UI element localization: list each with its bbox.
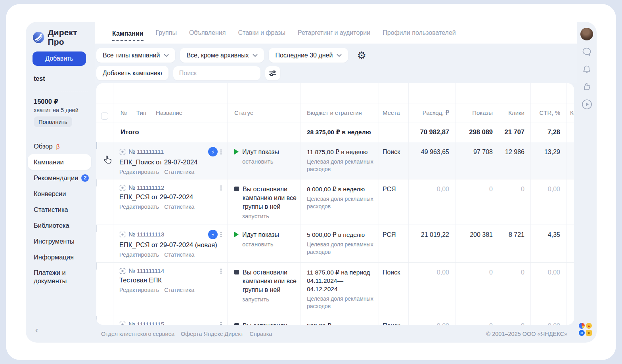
col-number[interactable]: № [121,109,127,116]
sidebar-collapse-icon[interactable]: ‹ [35,326,38,335]
campaigns-table: № Тип Название Статус Бюджет и стратегия… [96,83,574,325]
start-link[interactable]: запустить [242,296,297,303]
tab-campaigns[interactable]: Кампании [112,29,144,41]
tab-retargeting[interactable]: Ретаргетинг и аудитории [298,28,370,38]
add-campaign-button[interactable]: Добавить кампанию [96,66,168,80]
tab-bids-phrases[interactable]: Ставки и фразы [238,28,285,38]
row-checkbox[interactable] [96,316,97,323]
sidebar-item-library[interactable]: Библиотека [26,217,95,233]
places-value: Поиск [379,316,408,325]
stats-link[interactable]: Статистика [164,287,194,293]
edit-link[interactable]: Редактировать [119,169,159,175]
select-all-checkbox[interactable] [101,112,108,120]
row-checkbox[interactable] [96,179,97,187]
campaign-type-icon [119,321,126,325]
campaign-name[interactable]: ЕПК_РСЯ от 29-07-2024 (новая) [119,241,222,249]
bell-icon[interactable] [582,65,592,75]
col-budget[interactable]: Бюджет и стратегия [300,103,379,122]
row-menu-icon[interactable] [220,322,222,325]
boost-lightning-icon[interactable] [208,147,218,156]
stop-link[interactable]: остановить [242,241,297,248]
widget-circle-icon[interactable]: ◍ [579,330,585,336]
stats-link[interactable]: Статистика [164,252,194,258]
add-button[interactable]: Добавить [33,51,86,66]
start-link[interactable]: запустить [242,213,297,219]
filter-sliders-icon[interactable] [265,66,280,80]
campaign-type-dropdown[interactable]: Все типы кампаний [96,48,175,63]
totals-cost: 70 982,87 [408,122,455,142]
footer-link-help[interactable]: Справка [250,331,272,337]
beta-badge: β [56,143,60,150]
stats-link[interactable]: Статистика [164,169,194,175]
table-row: № 111111114 Тестовая ЕПК Редактировать С… [96,262,574,316]
col-shows[interactable]: Показы [455,103,499,122]
thumbs-up-icon[interactable] [582,82,592,92]
row-menu-icon[interactable] [220,149,222,154]
boost-lightning-icon[interactable] [208,230,218,239]
chevron-down-icon [337,54,342,57]
row-menu-icon[interactable] [220,185,222,191]
clicks-value: 0 [499,263,530,316]
strategy-label: Целевая доля рекламных расходов [307,241,375,256]
widget-pause-icon[interactable]: ‖ [586,330,592,336]
sidebar-item-tools[interactable]: Инструменты [26,233,95,249]
sidebar-item-conversions[interactable]: Конверсии [26,186,95,202]
sidebar-item-payments[interactable]: Платежи и документы [26,265,95,289]
archive-filter-dropdown[interactable]: Все, кроме архивных [180,48,264,63]
col-conversions-cut[interactable]: Ко [566,103,574,122]
sidebar-item-overview[interactable]: Обзор β [26,138,95,154]
col-ctr[interactable]: CTR, % [530,103,566,122]
edit-link[interactable]: Редактировать [119,204,159,210]
sidebar-item-information[interactable]: Информация [26,249,95,265]
col-places[interactable]: Места [379,103,408,122]
sidebar-item-campaigns[interactable]: Кампании [28,154,91,170]
row-checkbox[interactable] [96,225,97,232]
campaign-name[interactable]: Тестовая ЕПК [119,276,222,284]
gear-icon[interactable]: ⚙ [357,50,366,61]
balance-amount: 15000 ₽ [34,98,58,105]
widget-alert-icon[interactable]: ▲ [586,323,592,329]
shows-value: 97 708 [455,142,499,179]
cost-value: 49 963,65 [408,142,455,179]
play-video-icon[interactable] [582,99,592,110]
edit-link[interactable]: Редактировать [119,252,159,258]
sidebar: Директ Про Добавить test 15000 ₽ хватит … [26,22,95,343]
row-menu-icon[interactable] [220,232,222,237]
budget-value: 11 875,00 ₽ в неделю [307,148,375,156]
campaign-name[interactable]: ЕПК_Поиск от 29-07-2024 [119,158,222,166]
totals-shows: 298 089 [455,122,499,142]
col-clicks[interactable]: Клики [499,103,530,122]
user-avatar[interactable] [580,28,593,40]
widget-pie-icon[interactable] [579,323,585,329]
chat-icon[interactable] [582,47,592,57]
row-checkbox[interactable] [96,262,97,270]
chevron-down-icon [164,54,169,57]
tab-groups[interactable]: Группы [156,28,177,38]
row-menu-icon[interactable] [220,269,222,274]
stop-link[interactable]: остановить [242,158,297,165]
topup-button[interactable]: Пополнить [34,116,72,127]
row-checkbox[interactable] [96,142,97,149]
col-cost[interactable]: Расход, ₽ [408,103,455,122]
sidebar-item-recommendations[interactable]: Рекомендации 2 [26,170,95,186]
tab-ads[interactable]: Объявления [189,28,226,38]
edit-link[interactable]: Редактировать [119,287,159,293]
ctr-value: 0,00 [530,316,566,325]
col-status[interactable]: Статус [227,103,300,122]
col-type[interactable]: Тип [136,109,146,116]
sidebar-item-statistics[interactable]: Статистика [26,202,95,217]
stats-link[interactable]: Статистика [164,204,194,210]
col-name[interactable]: Название [156,109,182,116]
page: Директ Про Добавить test 15000 ₽ хватит … [0,0,622,364]
shows-value: 200 381 [455,225,499,262]
period-dropdown[interactable]: Последние 30 дней [269,48,348,63]
right-icon-rail [577,22,597,343]
search-input[interactable] [173,66,260,80]
footer-link-support[interactable]: Отдел клиентского сервиса [101,331,174,337]
logo-text: Директ Про [48,28,95,47]
strategy-label: Целевая доля рекламных расходов [307,195,375,210]
shows-value: 0 [455,316,499,325]
tab-user-profiles[interactable]: Профили пользователей [383,28,456,38]
campaign-name[interactable]: ЕПК_РСЯ от 29-07-2024 [119,193,222,201]
footer-link-offer[interactable]: Оферта Яндекс Директ [181,331,243,337]
